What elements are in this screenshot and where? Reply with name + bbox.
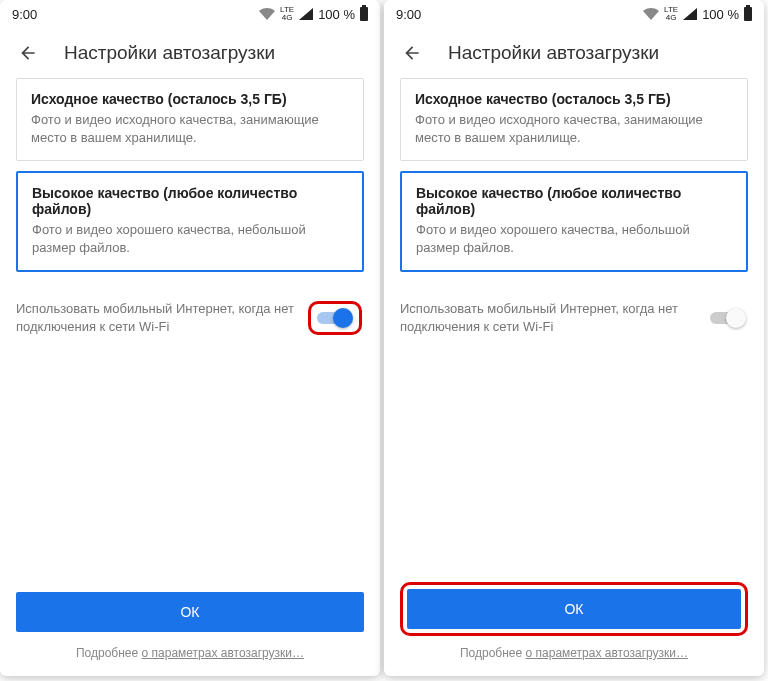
toggle-label: Использовать мобильный Интернет, когда н…	[400, 300, 710, 336]
status-time: 9:00	[12, 7, 37, 22]
lte-icon: LTE 4G	[664, 6, 678, 22]
quality-option-high[interactable]: Высокое качество (любое количество файло…	[400, 171, 748, 272]
quality-option-high[interactable]: Высокое качество (любое количество файло…	[16, 171, 364, 272]
app-bar: Настройки автозагрузки	[384, 28, 764, 78]
toggle-label: Использовать мобильный Интернет, когда н…	[16, 300, 308, 336]
lte-icon: LTE 4G	[280, 6, 294, 22]
highlight-marker: ОК	[400, 582, 748, 636]
mobile-data-toggle-row: Использовать мобильный Интернет, когда н…	[400, 300, 748, 336]
card-title: Исходное качество (осталось 3,5 ГБ)	[415, 91, 733, 107]
ok-button[interactable]: ОК	[16, 592, 364, 632]
wifi-icon	[643, 8, 659, 20]
signal-icon	[299, 8, 313, 20]
battery-icon	[744, 7, 752, 21]
highlight-marker	[308, 301, 362, 335]
mobile-data-toggle-row: Использовать мобильный Интернет, когда н…	[16, 300, 364, 336]
card-desc: Фото и видео исходного качества, занимаю…	[31, 111, 349, 146]
status-bar: 9:00 LTE 4G 100 %	[384, 0, 764, 28]
phone-screen-left: 9:00 LTE 4G 100 % Настройки автозагрузки	[0, 0, 380, 676]
ok-button[interactable]: ОК	[407, 589, 741, 629]
back-arrow-icon[interactable]	[18, 43, 38, 63]
card-title: Высокое качество (любое количество файло…	[32, 185, 348, 217]
wifi-icon	[259, 8, 275, 20]
card-desc: Фото и видео исходного качества, занимаю…	[415, 111, 733, 146]
page-title: Настройки автозагрузки	[64, 42, 275, 64]
phone-screen-right: 9:00 LTE 4G 100 % Настройки автозагрузки	[384, 0, 764, 676]
back-arrow-icon[interactable]	[402, 43, 422, 63]
card-desc: Фото и видео хорошего качества, небольшо…	[32, 221, 348, 256]
quality-option-original[interactable]: Исходное качество (осталось 3,5 ГБ) Фото…	[16, 78, 364, 161]
status-time: 9:00	[396, 7, 421, 22]
signal-icon	[683, 8, 697, 20]
page-title: Настройки автозагрузки	[448, 42, 659, 64]
footer-link[interactable]: Подробнее о параметрах автозагрузки…	[16, 646, 364, 676]
battery-icon	[360, 7, 368, 21]
mobile-data-switch[interactable]	[710, 308, 746, 328]
status-bar: 9:00 LTE 4G 100 %	[0, 0, 380, 28]
battery-pct: 100 %	[318, 7, 355, 22]
mobile-data-switch[interactable]	[317, 308, 353, 328]
quality-option-original[interactable]: Исходное качество (осталось 3,5 ГБ) Фото…	[400, 78, 748, 161]
battery-pct: 100 %	[702, 7, 739, 22]
app-bar: Настройки автозагрузки	[0, 28, 380, 78]
footer-link[interactable]: Подробнее о параметрах автозагрузки…	[400, 646, 748, 676]
card-title: Высокое качество (любое количество файло…	[416, 185, 732, 217]
card-title: Исходное качество (осталось 3,5 ГБ)	[31, 91, 349, 107]
card-desc: Фото и видео хорошего качества, небольшо…	[416, 221, 732, 256]
